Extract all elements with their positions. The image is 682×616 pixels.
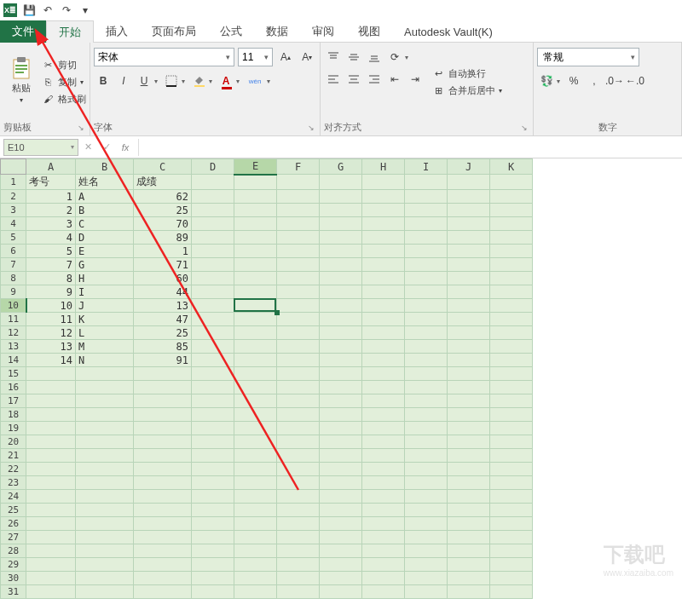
cell-F14[interactable] — [277, 354, 320, 367]
cell-I6[interactable] — [405, 245, 448, 258]
cell-D22[interactable] — [192, 463, 234, 476]
cell-A28[interactable] — [26, 544, 76, 558]
cell-D16[interactable] — [192, 381, 234, 394]
cell-E27[interactable] — [234, 531, 277, 544]
cell-G10[interactable] — [320, 299, 362, 313]
cell-J24[interactable] — [448, 490, 490, 504]
tab-home[interactable]: 开始 — [46, 20, 94, 43]
col-head-D[interactable]: D — [192, 159, 234, 175]
cell-G24[interactable] — [320, 490, 362, 504]
cell-H28[interactable] — [362, 544, 405, 558]
cell-I28[interactable] — [405, 544, 448, 558]
cell-A13[interactable]: 13 — [26, 340, 76, 354]
cell-A31[interactable] — [26, 585, 76, 599]
cell-J21[interactable] — [448, 449, 490, 463]
cell-K2[interactable] — [490, 190, 533, 204]
cell-A15[interactable] — [26, 367, 76, 381]
cell-C6[interactable]: 1 — [134, 245, 192, 258]
cell-J5[interactable] — [448, 231, 490, 245]
cell-K26[interactable] — [490, 517, 533, 531]
row-head-2[interactable]: 2 — [1, 190, 26, 204]
cell-C23[interactable] — [134, 476, 192, 490]
italic-button[interactable]: I — [114, 72, 133, 90]
cell-F18[interactable] — [277, 408, 320, 422]
cell-K20[interactable] — [490, 435, 533, 449]
cell-J2[interactable] — [448, 190, 490, 204]
cell-E12[interactable] — [234, 326, 277, 340]
underline-button[interactable]: U — [135, 72, 160, 90]
cell-A11[interactable]: 11 — [26, 313, 76, 326]
cell-K6[interactable] — [490, 245, 533, 258]
cell-G29[interactable] — [320, 558, 362, 572]
cell-D29[interactable] — [192, 558, 234, 572]
cell-C19[interactable] — [134, 422, 192, 435]
cell-K14[interactable] — [490, 354, 533, 367]
cell-C30[interactable] — [134, 572, 192, 585]
cell-I25[interactable] — [405, 504, 448, 517]
cell-I8[interactable] — [405, 272, 448, 285]
row-head-14[interactable]: 14 — [1, 354, 26, 367]
row-head-5[interactable]: 5 — [1, 231, 26, 245]
cell-B22[interactable] — [76, 463, 134, 476]
cell-J18[interactable] — [448, 408, 490, 422]
cell-E17[interactable] — [234, 394, 277, 408]
cell-G14[interactable] — [320, 354, 362, 367]
cell-C31[interactable] — [134, 585, 192, 599]
increase-font-button[interactable]: A▴ — [276, 48, 294, 66]
cell-D27[interactable] — [192, 531, 234, 544]
cell-F10[interactable] — [277, 299, 320, 313]
cell-K3[interactable] — [490, 204, 533, 217]
cell-J17[interactable] — [448, 394, 490, 408]
cell-F23[interactable] — [277, 476, 320, 490]
cell-H11[interactable] — [362, 313, 405, 326]
cell-B4[interactable]: C — [76, 217, 134, 231]
align-right-button[interactable] — [365, 70, 384, 89]
cell-B29[interactable] — [76, 558, 134, 572]
cell-F9[interactable] — [277, 285, 320, 299]
cell-H14[interactable] — [362, 354, 405, 367]
cell-F17[interactable] — [277, 394, 320, 408]
cell-J28[interactable] — [448, 544, 490, 558]
cell-G30[interactable] — [320, 572, 362, 585]
cell-E4[interactable] — [234, 217, 277, 231]
cell-C22[interactable] — [134, 463, 192, 476]
cell-B27[interactable] — [76, 531, 134, 544]
row-head-3[interactable]: 3 — [1, 204, 26, 217]
cell-A24[interactable] — [26, 490, 76, 504]
cell-H22[interactable] — [362, 463, 405, 476]
cell-H30[interactable] — [362, 572, 405, 585]
cell-K31[interactable] — [490, 585, 533, 599]
currency-button[interactable]: 💱 — [537, 72, 563, 90]
cell-G18[interactable] — [320, 408, 362, 422]
row-head-16[interactable]: 16 — [1, 381, 26, 394]
cell-B31[interactable] — [76, 585, 134, 599]
row-head-24[interactable]: 24 — [1, 490, 26, 504]
cell-K8[interactable] — [490, 272, 533, 285]
cell-B8[interactable]: H — [76, 272, 134, 285]
col-head-J[interactable]: J — [448, 159, 490, 175]
cell-I31[interactable] — [405, 585, 448, 599]
cell-I15[interactable] — [405, 367, 448, 381]
row-head-1[interactable]: 1 — [1, 175, 26, 190]
cell-D8[interactable] — [192, 272, 234, 285]
cell-H7[interactable] — [362, 258, 405, 272]
redo-button[interactable]: ↷ — [60, 3, 73, 17]
cell-D23[interactable] — [192, 476, 234, 490]
row-head-8[interactable]: 8 — [1, 272, 26, 285]
cell-H8[interactable] — [362, 272, 405, 285]
cell-C9[interactable]: 44 — [134, 285, 192, 299]
cell-B25[interactable] — [76, 504, 134, 517]
save-button[interactable]: 💾 — [22, 3, 36, 17]
cell-H26[interactable] — [362, 517, 405, 531]
cell-B1[interactable]: 姓名 — [76, 175, 134, 190]
cell-F19[interactable] — [277, 422, 320, 435]
cell-D24[interactable] — [192, 490, 234, 504]
cell-I24[interactable] — [405, 490, 448, 504]
cell-F26[interactable] — [277, 517, 320, 531]
cell-K4[interactable] — [490, 217, 533, 231]
cell-B21[interactable] — [76, 449, 134, 463]
cell-E16[interactable] — [234, 381, 277, 394]
col-head-E[interactable]: E — [234, 159, 277, 175]
copy-button[interactable]: ⎘ 复制▾ — [41, 75, 86, 89]
cell-F4[interactable] — [277, 217, 320, 231]
